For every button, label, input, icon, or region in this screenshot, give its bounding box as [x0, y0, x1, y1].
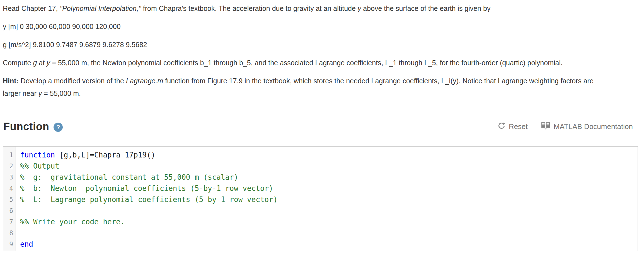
code-line[interactable]	[20, 227, 638, 239]
code-area[interactable]: function [g,b,L]=Chapra_17p19()%% Output…	[16, 147, 638, 251]
section-title: Function	[3, 121, 49, 133]
line-number: 9	[3, 239, 16, 250]
code-editor[interactable]: 123456789 function [g,b,L]=Chapra_17p19(…	[3, 146, 638, 251]
function-section-header: Function ? Reset	[3, 121, 633, 133]
problem-intro: Read Chapter 17, "Polynomial Interpolati…	[3, 2, 604, 15]
matlab-documentation-button[interactable]: MATLAB Documentation	[541, 121, 633, 132]
code-line[interactable]: %% Write your code here.	[20, 216, 638, 227]
reset-button[interactable]: Reset	[497, 122, 528, 132]
matlab-documentation-label: MATLAB Documentation	[554, 122, 633, 131]
line-number: 3	[3, 172, 16, 183]
line-number: 4	[3, 183, 16, 194]
help-icon[interactable]: ?	[54, 123, 63, 132]
line-number: 1	[3, 149, 16, 161]
code-line[interactable]: % b: Newton polynomial coefficients (5-b…	[20, 183, 638, 194]
book-icon	[541, 121, 551, 132]
code-line[interactable]: % L: Lagrange polynomial coefficients (5…	[20, 194, 638, 205]
code-line[interactable]: function [g,b,L]=Chapra_17p19()	[20, 149, 638, 161]
code-line[interactable]: %% Output	[20, 161, 638, 172]
code-line[interactable]	[20, 205, 638, 216]
line-number: 8	[3, 227, 16, 239]
data-row-g: g [m/s^2] 9.8100 9.7487 9.6879 9.6278 9.…	[3, 38, 604, 51]
code-line[interactable]: end	[20, 239, 638, 250]
line-number: 5	[3, 194, 16, 205]
line-number: 6	[3, 205, 16, 216]
data-row-y: y [m] 0 30,000 60,000 90,000 120,000	[3, 20, 604, 33]
reset-icon	[497, 122, 506, 132]
matlab-grader-page: Read Chapter 17, "Polynomial Interpolati…	[0, 0, 644, 251]
line-number: 2	[3, 161, 16, 172]
problem-statement: Read Chapter 17, "Polynomial Interpolati…	[3, 2, 604, 100]
problem-task: Compute g at y = 55,000 m, the Newton po…	[3, 57, 604, 69]
problem-hint: Hint: Develop a modified version of the …	[3, 75, 604, 100]
editor-actions: Reset MATLAB Documentation	[497, 121, 633, 132]
reset-label: Reset	[509, 122, 528, 131]
line-number: 7	[3, 216, 16, 227]
code-line[interactable]: % g: gravitational constant at 55,000 m …	[20, 172, 638, 183]
line-number-gutter: 123456789	[3, 147, 16, 251]
